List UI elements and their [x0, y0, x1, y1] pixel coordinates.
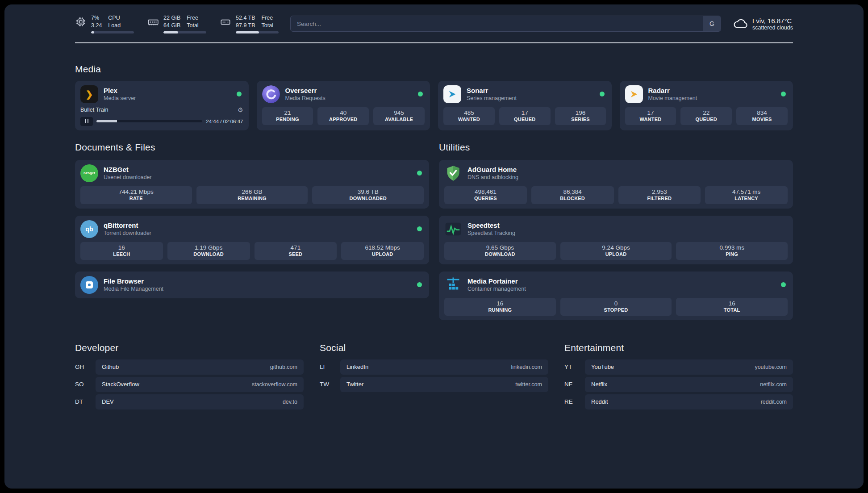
bookmark-link-netflix[interactable]: Netflix netflix.com [585, 377, 793, 392]
app-card-plex[interactable]: ❯ Plex Media server Bullet Train ⚙ [75, 81, 249, 130]
app-name-adguard: AdGuard Home [467, 165, 518, 174]
qbittorrent-icon: qb [80, 220, 98, 238]
playback-progress-bar[interactable] [96, 120, 202, 122]
cpu-value: 7% [91, 14, 102, 22]
app-card-qbittorrent[interactable]: qb qBittorrent Torrent downloader 16 LEE… [75, 216, 429, 264]
search-input[interactable] [291, 16, 703, 31]
cpu-icon [75, 16, 87, 28]
app-name-overseerr: Overseerr [285, 86, 326, 95]
overseerr-icon [262, 85, 280, 103]
cpu-label-bottom: Load [108, 22, 121, 29]
bookmark-abbr: NF [564, 381, 580, 388]
search-bar: G [290, 16, 721, 32]
status-dot-filebrowser [417, 282, 422, 287]
bookmark-abbr: GH [75, 363, 90, 370]
stat-wanted: 485 WANTED [443, 107, 495, 125]
stat-seed: 471 SEED [255, 242, 337, 260]
app-card-overseerr[interactable]: Overseerr Media Requests 21 PENDING 40 A… [257, 81, 430, 130]
ram-progress-bar [163, 31, 206, 33]
app-card-adguard[interactable]: AdGuard Home DNS and adblocking 498,461 … [439, 160, 793, 209]
disk-metric: 52.4 TB 97.9 TB Free Total [220, 14, 279, 33]
app-name-filebrowser: File Browser [104, 277, 163, 286]
documents-section: Documents & Files nzbget NZBGet Usenet d… [75, 142, 429, 298]
stat-blocked: 86,384 BLOCKED [531, 186, 614, 204]
ram-label-top: Free [187, 14, 198, 22]
bookmark-link-reddit[interactable]: Reddit reddit.com [585, 394, 793, 409]
search-engine-button[interactable]: G [703, 16, 721, 31]
cpu-label-top: CPU [108, 14, 121, 22]
app-card-portainer[interactable]: Media Portainer Container management 16 … [439, 272, 793, 320]
status-dot-overseerr [418, 92, 423, 96]
bookmark-link-stackoverflow[interactable]: StackOverflow stackoverflow.com [96, 377, 304, 392]
gear-icon[interactable]: ⚙ [238, 106, 243, 113]
section-title-entertainment: Entertainment [564, 343, 793, 353]
stat-remaining: 266 GB REMAINING [196, 186, 308, 204]
app-card-sonarr[interactable]: Sonarr Series management 485 WANTED 17 Q… [438, 81, 612, 130]
stat-approved: 40 APPROVED [317, 107, 369, 125]
app-card-speedtest[interactable]: Speedtest Speedtest Tracking 9.65 Gbps D… [439, 216, 793, 264]
ram-sub: 64 GiB [163, 22, 180, 29]
bookmark-abbr: LI [320, 363, 335, 370]
social-section: Social LI LinkedIn linkedin.com TW Twitt… [320, 343, 548, 392]
app-desc-overseerr: Media Requests [285, 95, 326, 102]
weather-location: Lviv, 16.87°C [752, 17, 793, 25]
section-title-developer: Developer [75, 343, 304, 353]
stat-download: 1.19 Gbps DOWNLOAD [167, 242, 250, 260]
filebrowser-icon [80, 276, 98, 294]
app-card-radarr[interactable]: Radarr Movie management 17 WANTED 22 QUE… [620, 81, 793, 130]
sonarr-icon [443, 85, 461, 103]
bookmark-row-dev: DT DEV dev.to [75, 394, 304, 409]
app-name-radarr: Radarr [648, 86, 697, 95]
stat-download: 9.65 Gbps DOWNLOAD [444, 242, 556, 260]
stat-upload: 618.52 Mbps UPLOAD [341, 242, 424, 260]
weather-widget[interactable]: Lviv, 16.87°C scattered clouds [733, 16, 793, 31]
ram-icon [147, 16, 159, 28]
status-dot-nzbget [417, 171, 422, 175]
app-card-filebrowser[interactable]: File Browser Media File Management [75, 272, 429, 298]
app-desc-nzbget: Usenet downloader [104, 174, 152, 181]
app-name-qbittorrent: qBittorrent [104, 221, 151, 230]
topbar-divider [75, 42, 793, 43]
bookmark-link-dev[interactable]: DEV dev.to [96, 394, 304, 409]
app-name-sonarr: Sonarr [467, 86, 517, 95]
now-playing-title: Bullet Train [80, 107, 108, 113]
stat-running: 16 RUNNING [444, 298, 556, 316]
ram-value: 22 GiB [163, 14, 180, 22]
bookmark-link-github[interactable]: Github github.com [96, 359, 304, 375]
disk-label-top: Free [262, 14, 273, 22]
cpu-progress-bar [91, 31, 134, 33]
status-dot-qbittorrent [417, 226, 422, 231]
utilities-section: Utilities AdGuard Home DNS and adblockin… [439, 142, 793, 320]
bookmark-link-youtube[interactable]: YouTube youtube.com [585, 359, 793, 375]
stat-latency: 47.571 ms LATENCY [705, 186, 788, 204]
system-metrics: 7% 3.24 CPU Load [75, 14, 279, 33]
status-dot-sonarr [600, 92, 605, 96]
stat-upload: 9.24 Gbps UPLOAD [560, 242, 672, 260]
stat-leech: 16 LEECH [80, 242, 163, 260]
app-card-nzbget[interactable]: nzbget NZBGet Usenet downloader 744.21 M… [75, 160, 429, 209]
adguard-icon [444, 164, 462, 182]
ram-metric: 22 GiB 64 GiB Free Total [147, 14, 206, 33]
weather-condition: scattered clouds [752, 25, 793, 31]
topbar: 7% 3.24 CPU Load [75, 14, 793, 33]
entertainment-section: Entertainment YT YouTube youtube.com NF … [564, 343, 793, 409]
cpu-metric: 7% 3.24 CPU Load [75, 14, 134, 33]
section-title-utilities: Utilities [439, 142, 793, 153]
disk-progress-bar [236, 31, 279, 33]
app-name-speedtest: Speedtest [467, 221, 515, 230]
portainer-icon [444, 276, 462, 294]
app-desc-plex: Media server [104, 95, 136, 102]
bookmark-link-linkedin[interactable]: LinkedIn linkedin.com [340, 359, 548, 375]
app-desc-adguard: DNS and adblocking [467, 174, 518, 181]
bookmark-row-stackoverflow: SO StackOverflow stackoverflow.com [75, 377, 304, 392]
app-desc-filebrowser: Media File Management [104, 285, 163, 292]
pause-button[interactable] [80, 117, 93, 126]
section-title-social: Social [320, 343, 548, 353]
bookmark-abbr: TW [320, 381, 335, 388]
stat-queued: 17 QUEUED [499, 107, 551, 125]
disk-sub: 97.9 TB [236, 22, 255, 29]
nzbget-icon: nzbget [80, 164, 98, 182]
bookmark-link-twitter[interactable]: Twitter twitter.com [340, 377, 548, 392]
stat-filtered: 2,953 FILTERED [618, 186, 701, 204]
stat-series: 196 SERIES [555, 107, 606, 125]
